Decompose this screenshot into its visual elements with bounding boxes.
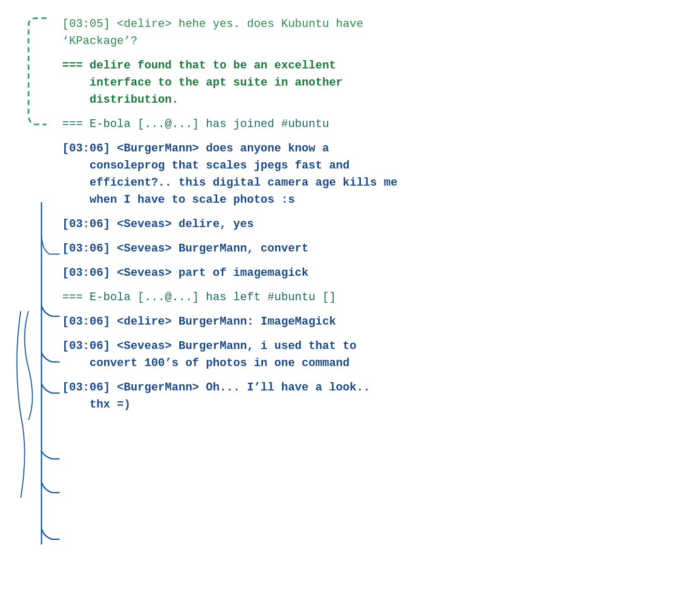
message-11: [03:06] <BurgerMann> Oh... I’ll have a l… <box>62 379 649 413</box>
message-9: [03:06] <delire> BurgerMann: ImageMagick <box>62 313 649 330</box>
chat-line: [03:06] <delire> BurgerMann: ImageMagick <box>62 313 649 330</box>
message-2: === delire found that to be an excellent… <box>62 57 649 108</box>
message-8: === E-bola [...@...] has left #ubuntu [] <box>62 289 649 306</box>
message-3: === E-bola [...@...] has joined #ubuntu <box>62 116 649 133</box>
message-4: [03:06] <BurgerMann> does anyone know a … <box>62 140 649 208</box>
message-1: [03:05] <delire> hehe yes. does Kubuntu … <box>62 16 649 50</box>
message-7: [03:06] <Seveas> part of imagemagick <box>62 264 649 282</box>
system-line: === E-bola [...@...] has joined #ubuntu <box>62 116 649 133</box>
message-10: [03:06] <Seveas> BurgerMann, i used that… <box>62 338 649 372</box>
message-5: [03:06] <Seveas> delire, yes <box>62 216 649 233</box>
chat-line: [03:06] <Seveas> BurgerMann, convert <box>62 240 649 257</box>
system-line: === delire found that to be an excellent… <box>62 57 649 108</box>
chat-line: [03:06] <BurgerMann> Oh... I’ll have a l… <box>62 379 649 413</box>
chat-line: [03:06] <BurgerMann> does anyone know a … <box>62 140 649 208</box>
system-line: === E-bola [...@...] has left #ubuntu [] <box>62 289 649 306</box>
chat-line: [03:06] <Seveas> BurgerMann, i used that… <box>62 338 649 372</box>
decorative-lines <box>0 0 67 616</box>
chat-line: [03:05] <delire> hehe yes. does Kubuntu … <box>62 16 649 50</box>
message-6: [03:06] <Seveas> BurgerMann, convert <box>62 240 649 257</box>
chat-line: [03:06] <Seveas> part of imagemagick <box>62 264 649 282</box>
chat-line: [03:06] <Seveas> delire, yes <box>62 216 649 233</box>
chat-container: [03:05] <delire> hehe yes. does Kubuntu … <box>0 0 680 441</box>
